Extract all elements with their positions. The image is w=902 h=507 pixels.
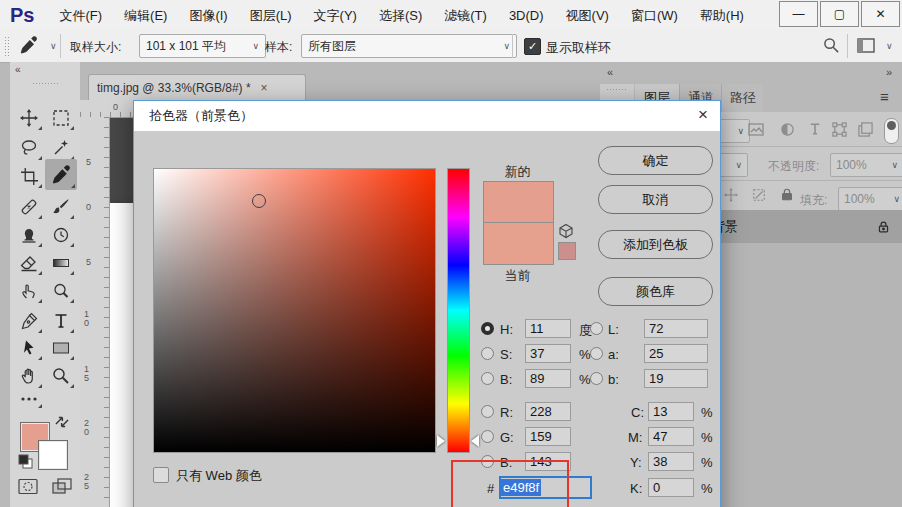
eyedropper-tool-selected[interactable] [45, 159, 77, 190]
filter-type-icon[interactable] [808, 122, 822, 136]
workspace-icon[interactable] [857, 38, 875, 53]
default-colors-icon[interactable] [18, 454, 34, 470]
panel-menu-icon[interactable]: ≡ [880, 88, 889, 105]
gamut-warning-cube-icon[interactable] [558, 223, 574, 239]
menu-window[interactable]: 窗口(W) [620, 1, 689, 30]
r-field[interactable]: 228 [525, 402, 571, 421]
show-ring-checkbox[interactable]: ✓ [524, 38, 541, 55]
k-field[interactable]: 0 [648, 478, 694, 497]
dialog-close-icon[interactable]: × [698, 105, 708, 125]
radio-a[interactable] [590, 347, 603, 360]
g-field[interactable]: 159 [525, 427, 571, 446]
chevron-down-icon[interactable]: ∨ [880, 41, 893, 51]
bb-field[interactable]: 19 [644, 369, 708, 388]
rectangle-shape-tool[interactable] [46, 334, 76, 362]
screen-mode-icon[interactable] [52, 478, 72, 495]
dodge-tool[interactable] [46, 277, 76, 305]
color-libraries-button[interactable]: 颜色库 [598, 277, 713, 306]
pen-tool[interactable] [14, 307, 44, 335]
path-selection-tool[interactable] [14, 334, 44, 362]
collapse-panels-icon[interactable]: « [607, 66, 613, 78]
tab-paths[interactable]: 路径 [721, 84, 764, 112]
healing-brush-tool[interactable] [14, 193, 44, 221]
sample-dropdown[interactable]: 所有图层 ∨ [301, 34, 517, 58]
radio-h[interactable] [481, 322, 494, 335]
b-field[interactable]: 89 [525, 369, 571, 388]
menu-view[interactable]: 视图(V) [555, 1, 620, 30]
filter-smart-object-icon[interactable] [858, 122, 873, 137]
edit-toolbar-ellipsis-icon[interactable] [14, 388, 44, 410]
marquee-tool[interactable] [46, 104, 76, 132]
magic-wand-tool[interactable] [46, 134, 76, 162]
web-colors-only-checkbox[interactable] [153, 467, 169, 483]
color-field-marker[interactable] [252, 194, 266, 208]
a-field[interactable]: 25 [644, 344, 708, 363]
gradient-tool[interactable] [46, 249, 76, 277]
filter-shape-icon[interactable] [832, 122, 847, 137]
tab-close-icon[interactable]: × [261, 81, 268, 95]
menu-edit[interactable]: 编辑(E) [113, 1, 178, 30]
history-brush-tool[interactable] [46, 221, 76, 249]
menu-select[interactable]: 选择(S) [368, 1, 433, 30]
radio-s[interactable] [481, 347, 494, 360]
close-button[interactable]: ✕ [861, 1, 900, 27]
menu-filter[interactable]: 滤镜(T) [433, 1, 498, 30]
hue-slider-right-arrow[interactable] [471, 435, 479, 447]
radio-l[interactable] [590, 322, 603, 335]
menu-3d[interactable]: 3D(D) [498, 1, 555, 30]
l-field[interactable]: 72 [644, 319, 708, 338]
lock-all-icon[interactable] [780, 187, 794, 202]
collapse-toolbar-icon[interactable]: « [15, 64, 21, 75]
hue-slider-left-arrow[interactable] [437, 435, 445, 447]
crop-tool[interactable] [14, 162, 44, 190]
c-field[interactable]: 13 [648, 402, 694, 421]
dialog-title-bar[interactable]: 拾色器（前景色） [134, 101, 720, 131]
filter-pixel-layers-icon[interactable] [748, 122, 764, 137]
ok-button[interactable]: 确定 [598, 146, 713, 175]
zoom-tool[interactable] [46, 362, 76, 390]
lock-position-icon[interactable] [724, 188, 738, 202]
brush-tool[interactable] [46, 193, 76, 221]
lock-transparency-icon[interactable] [752, 188, 766, 202]
cancel-button[interactable]: 取消 [598, 185, 713, 214]
move-tool[interactable] [14, 104, 44, 132]
h-field[interactable]: 11 [525, 319, 571, 338]
smudge-tool[interactable] [14, 277, 44, 305]
sample-size-dropdown[interactable]: 101 x 101 平均 ∨ [139, 34, 266, 58]
current-color-swatch[interactable] [483, 222, 554, 265]
quick-mask-icon[interactable] [18, 478, 38, 495]
swap-colors-icon[interactable] [54, 414, 70, 430]
saturation-brightness-field[interactable] [153, 168, 436, 453]
menu-layer[interactable]: 图层(L) [239, 1, 303, 30]
eyedropper-tool-icon[interactable] [20, 36, 38, 54]
eraser-tool[interactable] [14, 249, 44, 277]
type-tool[interactable] [46, 307, 76, 335]
radio-bb[interactable] [590, 372, 603, 385]
tool-preset-caret-icon[interactable]: ∨ [44, 41, 57, 51]
menu-image[interactable]: 图像(I) [178, 1, 238, 30]
filter-adjustment-icon[interactable] [780, 122, 795, 137]
s-field[interactable]: 37 [525, 344, 571, 363]
menu-file[interactable]: 文件(F) [48, 1, 113, 30]
radio-g[interactable] [481, 430, 494, 443]
m-field[interactable]: 47 [648, 427, 694, 446]
maximize-button[interactable]: ▢ [820, 1, 859, 27]
menu-type[interactable]: 文字(Y) [303, 1, 368, 30]
filter-toggle-switch[interactable] [884, 118, 899, 144]
clone-stamp-tool[interactable] [14, 221, 44, 249]
gamut-color-swatch[interactable] [558, 242, 576, 260]
menu-help[interactable]: 帮助(H) [689, 1, 755, 30]
minimize-button[interactable]: — [779, 1, 818, 27]
expand-dock-icon[interactable]: » [886, 66, 892, 78]
fill-field[interactable]: 100% ∨ [838, 187, 902, 211]
radio-r[interactable] [481, 405, 494, 418]
opacity-field[interactable]: 100% ∨ [830, 153, 902, 177]
hand-tool[interactable] [14, 362, 44, 390]
y-field[interactable]: 38 [648, 452, 694, 471]
search-icon[interactable] [823, 37, 840, 54]
hue-slider[interactable] [447, 168, 470, 453]
background-color-swatch[interactable] [38, 440, 68, 470]
document-tab[interactable]: timg.jpg @ 33.3%(RGB/8#) * × [88, 74, 306, 101]
radio-b[interactable] [481, 372, 494, 385]
lasso-tool[interactable] [14, 134, 44, 162]
